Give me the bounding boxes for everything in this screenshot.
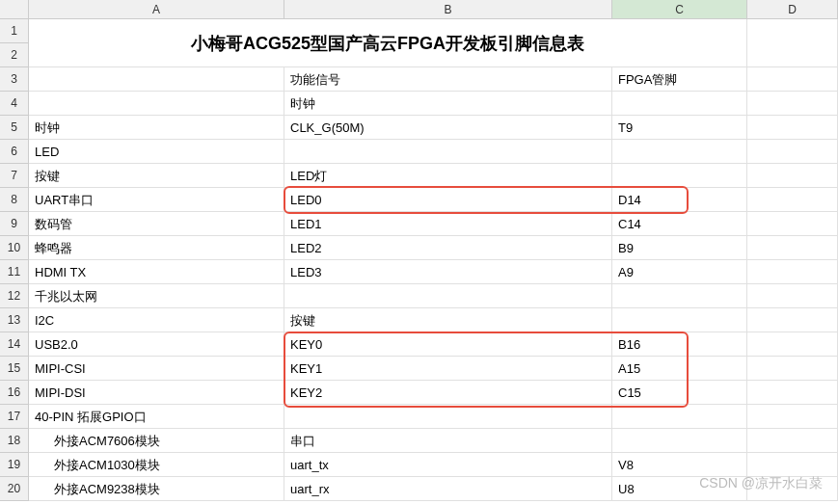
cell-A-19[interactable]: 外接ACM1030模块: [29, 453, 284, 477]
cell-D-title[interactable]: [747, 19, 838, 67]
cell-A-10[interactable]: 蜂鸣器: [29, 236, 284, 260]
cell-B-17[interactable]: [284, 405, 612, 429]
cell-C-7[interactable]: [612, 164, 747, 188]
cell-B-12[interactable]: [284, 284, 612, 308]
cell-D-10[interactable]: [747, 236, 838, 260]
row-header-3[interactable]: 3: [0, 67, 29, 92]
cell-C-19[interactable]: V8: [612, 453, 747, 477]
cell-C-15[interactable]: A15: [612, 357, 747, 381]
cell-C-5[interactable]: T9: [612, 116, 747, 140]
cell-B-20[interactable]: uart_rx: [284, 477, 612, 501]
cell-B-15[interactable]: KEY1: [284, 357, 612, 381]
row-header-11[interactable]: 11: [0, 260, 29, 284]
cell-A-3[interactable]: [29, 67, 284, 92]
column-header-D[interactable]: D: [747, 0, 838, 19]
cell-C-20[interactable]: U8: [612, 477, 747, 501]
cell-D-7[interactable]: [747, 164, 838, 188]
cell-B-16[interactable]: KEY2: [284, 381, 612, 405]
cell-B-11[interactable]: LED3: [284, 260, 612, 284]
row-header-17[interactable]: 17: [0, 405, 29, 429]
column-header-C[interactable]: C: [612, 0, 747, 19]
cell-C-4[interactable]: [612, 92, 747, 116]
cell-D-8[interactable]: [747, 188, 838, 212]
cell-D-16[interactable]: [747, 381, 838, 405]
cell-A-11[interactable]: HDMI TX: [29, 260, 284, 284]
select-all-corner[interactable]: [0, 0, 29, 19]
cell-C-3[interactable]: FPGA管脚: [612, 67, 747, 92]
cell-B-13[interactable]: 按键: [284, 308, 612, 332]
cell-D-20[interactable]: [747, 477, 838, 501]
row-header-2[interactable]: 2: [0, 43, 29, 67]
cell-D-4[interactable]: [747, 92, 838, 116]
cell-B-14[interactable]: KEY0: [284, 332, 612, 357]
row-header-7[interactable]: 7: [0, 164, 29, 188]
cell-C-12[interactable]: [612, 284, 747, 308]
cell-D-18[interactable]: [747, 429, 838, 453]
row-header-18[interactable]: 18: [0, 429, 29, 453]
row-header-14[interactable]: 14: [0, 332, 29, 357]
cell-B-3[interactable]: 功能信号: [284, 67, 612, 92]
cell-D-9[interactable]: [747, 212, 838, 236]
title-cell[interactable]: 小梅哥ACG525型国产高云FPGA开发板引脚信息表: [29, 19, 747, 67]
cell-A-7[interactable]: 按键: [29, 164, 284, 188]
cell-B-7[interactable]: LED灯: [284, 164, 612, 188]
row-header-15[interactable]: 15: [0, 357, 29, 381]
cell-A-16[interactable]: MIPI-DSI: [29, 381, 284, 405]
row-header-19[interactable]: 19: [0, 453, 29, 477]
column-header-A[interactable]: A: [29, 0, 284, 19]
cell-B-4[interactable]: 时钟: [284, 92, 612, 116]
cell-C-16[interactable]: C15: [612, 381, 747, 405]
cell-B-19[interactable]: uart_tx: [284, 453, 612, 477]
cell-C-13[interactable]: [612, 308, 747, 332]
cell-D-12[interactable]: [747, 284, 838, 308]
cell-D-14[interactable]: [747, 332, 838, 357]
cell-C-11[interactable]: A9: [612, 260, 747, 284]
cell-C-6[interactable]: [612, 140, 747, 164]
row-header-16[interactable]: 16: [0, 381, 29, 405]
row-header-13[interactable]: 13: [0, 308, 29, 332]
cell-B-6[interactable]: [284, 140, 612, 164]
cell-C-17[interactable]: [612, 405, 747, 429]
cell-D-6[interactable]: [747, 140, 838, 164]
cell-A-6[interactable]: LED: [29, 140, 284, 164]
cell-C-10[interactable]: B9: [612, 236, 747, 260]
row-header-4[interactable]: 4: [0, 92, 29, 116]
cell-D-13[interactable]: [747, 308, 838, 332]
row-header-12[interactable]: 12: [0, 284, 29, 308]
cell-D-5[interactable]: [747, 116, 838, 140]
row-header-6[interactable]: 6: [0, 140, 29, 164]
table-row: 15MIPI-CSIKEY1A15: [0, 357, 838, 381]
cell-D-11[interactable]: [747, 260, 838, 284]
cell-D-19[interactable]: [747, 453, 838, 477]
row-header-9[interactable]: 9: [0, 212, 29, 236]
cell-A-15[interactable]: MIPI-CSI: [29, 357, 284, 381]
cell-B-9[interactable]: LED1: [284, 212, 612, 236]
cell-A-20[interactable]: 外接ACM9238模块: [29, 477, 284, 501]
cell-B-5[interactable]: CLK_G(50M): [284, 116, 612, 140]
cell-A-12[interactable]: 千兆以太网: [29, 284, 284, 308]
row-header-10[interactable]: 10: [0, 236, 29, 260]
cell-A-8[interactable]: UART串口: [29, 188, 284, 212]
row-header-8[interactable]: 8: [0, 188, 29, 212]
cell-C-18[interactable]: [612, 429, 747, 453]
cell-A-5[interactable]: 时钟: [29, 116, 284, 140]
row-header-1[interactable]: 1: [0, 19, 29, 43]
cell-B-18[interactable]: 串口: [284, 429, 612, 453]
cell-C-9[interactable]: C14: [612, 212, 747, 236]
row-header-20[interactable]: 20: [0, 477, 29, 501]
cell-C-14[interactable]: B16: [612, 332, 747, 357]
cell-A-14[interactable]: USB2.0: [29, 332, 284, 357]
cell-A-4[interactable]: [29, 92, 284, 116]
cell-A-9[interactable]: 数码管: [29, 212, 284, 236]
cell-C-8[interactable]: D14: [612, 188, 747, 212]
cell-D-15[interactable]: [747, 357, 838, 381]
cell-B-8[interactable]: LED0: [284, 188, 612, 212]
column-header-B[interactable]: B: [284, 0, 612, 19]
row-header-5[interactable]: 5: [0, 116, 29, 140]
cell-B-10[interactable]: LED2: [284, 236, 612, 260]
cell-D-3[interactable]: [747, 67, 838, 92]
cell-D-17[interactable]: [747, 405, 838, 429]
cell-A-18[interactable]: 外接ACM7606模块: [29, 429, 284, 453]
cell-A-17[interactable]: 40-PIN 拓展GPIO口: [29, 405, 284, 429]
cell-A-13[interactable]: I2C: [29, 308, 284, 332]
